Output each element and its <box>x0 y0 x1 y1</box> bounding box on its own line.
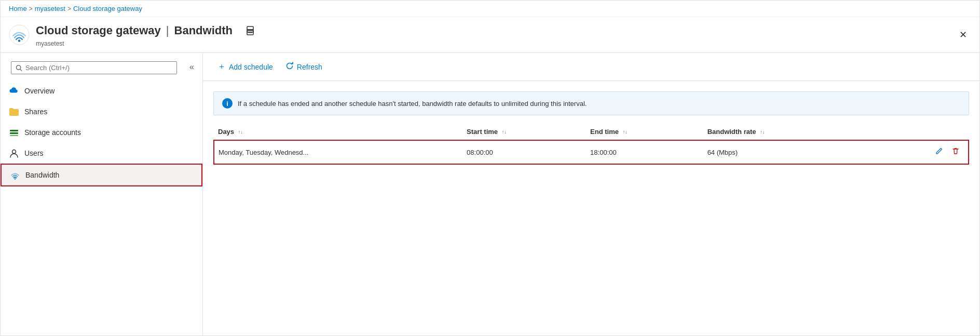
breadcrumb: Home > myasetest > Cloud storage gateway <box>1 1 979 17</box>
sidebar-item-storage-accounts[interactable]: Storage accounts <box>1 122 202 143</box>
col-actions <box>870 124 969 140</box>
add-schedule-label: Add schedule <box>229 63 273 71</box>
title-separator: | <box>166 24 169 37</box>
col-days: Days ↑↓ <box>214 124 462 140</box>
title-main: Cloud storage gateway <box>36 24 161 37</box>
col-bandwidth-rate: Bandwidth rate ↑↓ <box>703 124 870 140</box>
header-actions: ✕ <box>955 26 971 43</box>
col-start-time: Start time ↑↓ <box>462 124 586 140</box>
sort-bandwidth-icon[interactable]: ↑↓ <box>760 130 765 135</box>
header-subtitle: myasetest <box>36 40 955 47</box>
person-icon <box>9 148 19 158</box>
sidebar-item-users[interactable]: Users <box>1 143 202 164</box>
search-icon <box>16 64 22 72</box>
body: « Overview Shares <box>1 53 979 335</box>
refresh-icon <box>285 62 294 72</box>
breadcrumb-sep-1: > <box>29 5 33 12</box>
folder-icon <box>9 106 19 117</box>
sidebar-item-storage-accounts-label: Storage accounts <box>24 128 81 137</box>
svg-rect-2 <box>247 26 253 30</box>
svg-rect-6 <box>10 130 18 131</box>
svg-point-10 <box>15 178 16 179</box>
breadcrumb-cloud-storage-gateway[interactable]: Cloud storage gateway <box>73 5 142 12</box>
table-row: Monday, Tuesday, Wednesd... 08:00:00 18:… <box>214 140 969 164</box>
page-title: Cloud storage gateway | Bandwidth <box>36 22 955 39</box>
main-content: ＋ Add schedule Refresh i If a schedul <box>203 53 979 335</box>
refresh-button[interactable]: Refresh <box>281 60 326 74</box>
row-start-time: 08:00:00 <box>462 140 586 164</box>
print-button[interactable] <box>242 22 258 39</box>
breadcrumb-sep-2: > <box>67 5 71 12</box>
search-row: « <box>1 53 202 80</box>
info-banner: i If a schedule has ended and another sc… <box>213 91 969 115</box>
header-icon <box>9 24 30 45</box>
toolbar: ＋ Add schedule Refresh <box>203 53 979 81</box>
sidebar-item-shares-label: Shares <box>24 107 47 116</box>
close-button[interactable]: ✕ <box>955 26 971 43</box>
info-icon: i <box>222 98 233 109</box>
delete-button[interactable] <box>949 146 962 158</box>
page-header: Cloud storage gateway | Bandwidth myaset… <box>1 17 979 53</box>
bandwidth-table: Days ↑↓ Start time ↑↓ End time ↑↓ <box>213 124 969 165</box>
svg-point-9 <box>12 150 16 154</box>
row-days: Monday, Tuesday, Wednesd... <box>214 140 462 164</box>
sort-end-time-icon[interactable]: ↑↓ <box>623 130 628 135</box>
breadcrumb-home[interactable]: Home <box>9 5 27 12</box>
search-bar[interactable] <box>11 61 177 74</box>
info-text: If a schedule has ended and another sche… <box>238 100 587 107</box>
refresh-label: Refresh <box>297 63 322 71</box>
add-schedule-button[interactable]: ＋ Add schedule <box>213 59 277 74</box>
cloud-icon <box>9 86 19 96</box>
row-actions <box>874 146 962 158</box>
svg-rect-7 <box>10 132 18 134</box>
svg-rect-8 <box>10 135 18 136</box>
svg-point-1 <box>18 39 20 42</box>
sort-start-time-icon[interactable]: ↑↓ <box>502 130 507 135</box>
header-title-group: Cloud storage gateway | Bandwidth myaset… <box>36 22 955 47</box>
sidebar-item-overview-label: Overview <box>24 87 55 95</box>
wifi-icon <box>10 170 20 180</box>
sort-days-icon[interactable]: ↑↓ <box>238 130 243 135</box>
table-container: Days ↑↓ Start time ↑↓ End time ↑↓ <box>203 124 979 335</box>
storage-icon <box>9 127 19 138</box>
sidebar-item-users-label: Users <box>24 149 44 157</box>
plus-icon: ＋ <box>217 61 226 72</box>
title-section: Bandwidth <box>174 24 233 37</box>
sidebar-item-shares[interactable]: Shares <box>1 101 202 122</box>
table-header-row: Days ↑↓ Start time ↑↓ End time ↑↓ <box>214 124 969 140</box>
svg-rect-4 <box>248 32 252 33</box>
col-end-time: End time ↑↓ <box>586 124 703 140</box>
row-bandwidth-rate: 64 (Mbps) <box>703 140 870 164</box>
row-action-cell <box>870 140 969 164</box>
breadcrumb-myasetest[interactable]: myasetest <box>35 5 65 12</box>
row-end-time: 18:00:00 <box>586 140 703 164</box>
sidebar-item-bandwidth[interactable]: Bandwidth <box>1 164 202 186</box>
edit-button[interactable] <box>933 146 945 158</box>
search-input[interactable] <box>25 64 172 72</box>
app-container: Home > myasetest > Cloud storage gateway… <box>0 0 980 336</box>
collapse-button[interactable]: « <box>185 60 198 74</box>
sidebar-item-bandwidth-label: Bandwidth <box>25 171 59 179</box>
sidebar-item-overview[interactable]: Overview <box>1 80 202 101</box>
sidebar: « Overview Shares <box>1 53 203 335</box>
